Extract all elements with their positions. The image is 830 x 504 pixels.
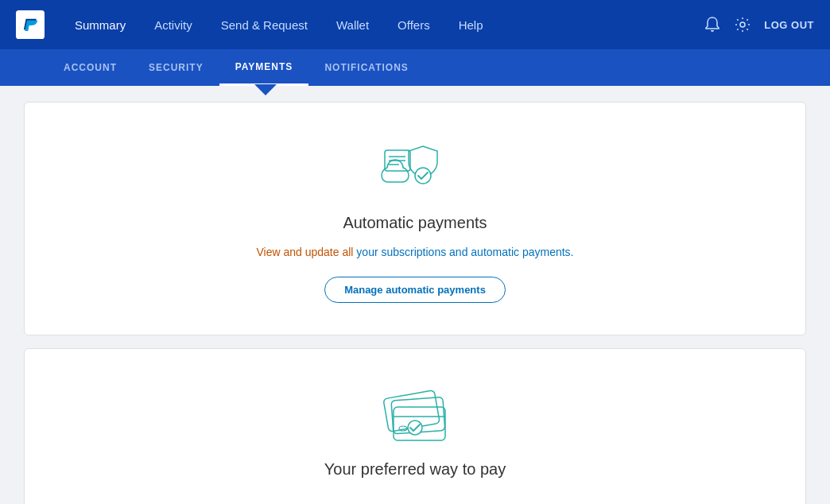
automatic-payments-icon [375,134,455,198]
desc-all-word: all [342,246,353,258]
automatic-payments-desc: View and update all your subscriptions a… [257,243,574,261]
desc-text-part1: View and update [257,246,343,258]
svg-point-6 [415,168,431,184]
nav-wallet[interactable]: Wallet [322,0,383,49]
subnav-account[interactable]: ACCOUNT [48,49,133,86]
top-nav: Summary Activity Send & Request Wallet O… [0,0,830,49]
svg-point-1 [740,22,745,27]
preferred-payment-title: Your preferred way to pay [324,460,506,479]
subnav-security[interactable]: SECURITY [133,49,219,86]
sub-nav: ACCOUNT SECURITY PAYMENTS NOTIFICATIONS [0,49,830,86]
subnav-notifications[interactable]: NOTIFICATIONS [308,49,424,86]
manage-automatic-payments-button[interactable]: Manage automatic payments [324,277,506,303]
nav-summary[interactable]: Summary [60,0,140,49]
notifications-icon[interactable] [704,16,721,33]
desc-text-part2: your subscriptions and automatic payment… [353,246,573,258]
preferred-payment-icon [379,381,451,444]
nav-send-request[interactable]: Send & Request [207,0,322,49]
active-tab-arrow [254,84,277,95]
preferred-payment-card: Your preferred way to pay [24,348,806,504]
settings-icon[interactable] [734,16,751,33]
automatic-payments-title: Automatic payments [343,214,487,232]
nav-right-actions: LOG OUT [704,16,814,33]
paypal-logo[interactable] [16,10,45,39]
subnav-payments[interactable]: PAYMENTS [219,49,309,86]
nav-links: Summary Activity Send & Request Wallet O… [60,0,704,49]
automatic-payments-card: Automatic payments View and update all y… [24,102,806,335]
nav-activity[interactable]: Activity [140,0,207,49]
nav-offers[interactable]: Offers [383,0,444,49]
nav-help[interactable]: Help [444,0,498,49]
logout-button[interactable]: LOG OUT [764,19,814,31]
main-content: Automatic payments View and update all y… [0,86,830,504]
